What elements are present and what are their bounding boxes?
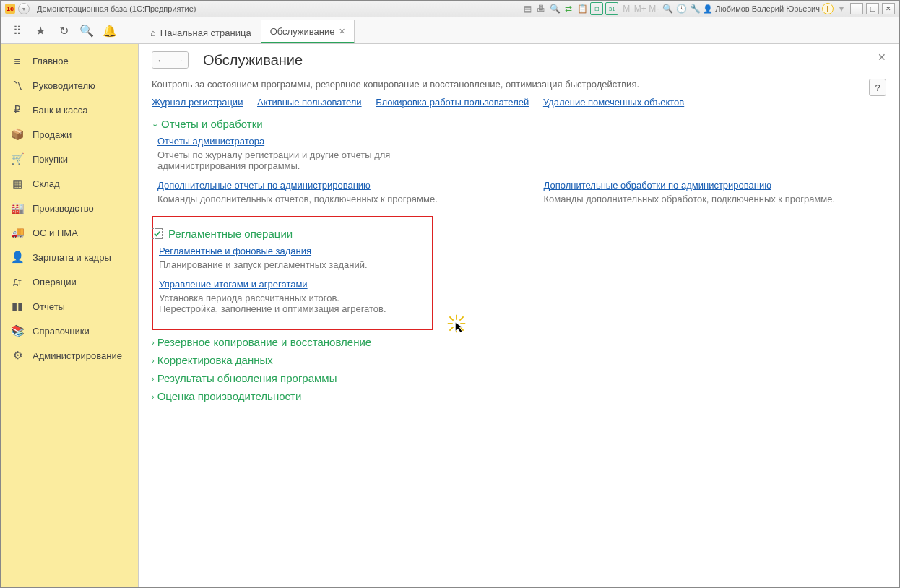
app-logo-icon: 1с: [5, 4, 15, 14]
svg-line-4: [449, 316, 453, 320]
link-active-users[interactable]: Активные пользователи: [257, 97, 362, 108]
save-icon[interactable]: ▤: [522, 3, 533, 14]
sidebar-item-label: Главное: [33, 56, 69, 66]
sidebar-item-warehouse[interactable]: ▦Склад: [1, 171, 138, 196]
sidebar-item-main[interactable]: ≡Главное: [1, 48, 138, 73]
calendar-icon[interactable]: 31: [605, 2, 618, 15]
link-extra-processing[interactable]: Дополнительные обработки по администриро…: [544, 180, 772, 191]
m-icon[interactable]: M: [620, 3, 632, 14]
svg-line-6: [459, 316, 463, 320]
bars-icon: ▮▮: [11, 300, 24, 313]
chart-icon: 〽: [11, 79, 24, 92]
section-correction-title[interactable]: ›Корректировка данных: [152, 354, 886, 366]
apps-icon[interactable]: ⠿: [11, 24, 24, 37]
sidebar-item-label: Банк и касса: [33, 105, 88, 116]
sidebar-item-operations[interactable]: ДтОперации: [1, 269, 138, 294]
link-extra-reports[interactable]: Дополнительные отчеты по администрирован…: [157, 180, 371, 191]
sidebar-item-purchases[interactable]: 🛒Покупки: [1, 147, 138, 171]
sidebar: ≡Главное 〽Руководителю ₽Банк и касса 📦Пр…: [1, 44, 139, 587]
close-window-button[interactable]: ✕: [882, 3, 895, 14]
link-delete-marked[interactable]: Удаление помеченных объектов: [543, 97, 684, 108]
link-admin-reports[interactable]: Отчеты администратора: [157, 136, 264, 147]
dropdown-icon[interactable]: ▾: [836, 3, 847, 14]
minimize-button[interactable]: —: [850, 3, 863, 14]
info-icon[interactable]: i: [822, 3, 834, 14]
highlighted-section: Регламентные операции Регламентные и фон…: [152, 216, 433, 330]
svg-line-7: [449, 327, 453, 330]
sidebar-item-reports[interactable]: ▮▮Отчеты: [1, 294, 138, 319]
sidebar-item-manager[interactable]: 〽Руководителю: [1, 73, 138, 98]
sidebar-item-label: Отчеты: [33, 301, 65, 312]
section-performance-title[interactable]: ›Оценка производительности: [152, 390, 886, 402]
tools-icon[interactable]: 🔧: [689, 3, 701, 14]
section-reports-title[interactable]: ⌄Отчеты и обработки: [152, 118, 886, 130]
tab-maintenance[interactable]: Обслуживание ✕: [261, 20, 355, 43]
content-area: ✕ ← → Обслуживание ? Контроль за состоян…: [139, 44, 899, 587]
clipboard-icon[interactable]: 📋: [576, 3, 588, 14]
clock-icon[interactable]: 🕓: [675, 3, 687, 14]
window-title: Демонстрационная база (1С:Предприятие): [37, 4, 196, 13]
m-minus-icon[interactable]: M-: [648, 3, 659, 14]
nav-buttons: ← →: [152, 51, 189, 69]
user-label[interactable]: 👤Любимов Валерий Юрьевич: [703, 4, 820, 14]
close-content-icon[interactable]: ✕: [878, 51, 886, 63]
chevron-down-icon: ⌄: [152, 119, 158, 129]
chevron-right-icon: ›: [152, 374, 155, 383]
desc-admin-reports: Отчеты по журналу регистрации и другие о…: [157, 150, 403, 171]
sidebar-item-admin[interactable]: ⚙Администрирование: [1, 343, 138, 368]
search-icon[interactable]: 🔍: [80, 24, 93, 37]
bell-icon[interactable]: 🔔: [103, 24, 116, 37]
zoom-icon[interactable]: 🔍: [662, 3, 673, 14]
chevron-right-icon: ›: [152, 392, 155, 401]
dtk-icon: Дт: [11, 275, 24, 288]
sidebar-item-label: Продажи: [33, 129, 72, 140]
sidebar-item-catalogs[interactable]: 📚Справочники: [1, 319, 138, 343]
person-icon: 👤: [11, 251, 24, 264]
books-icon: 📚: [11, 324, 24, 337]
quick-links: Журнал регистрации Активные пользователи…: [152, 97, 886, 108]
link-block-users[interactable]: Блокировка работы пользователей: [376, 97, 529, 108]
home-icon: ⌂: [150, 27, 156, 38]
section-backup-title[interactable]: ›Резервное копирование и восстановление: [152, 336, 886, 348]
sidebar-item-label: Производство: [33, 203, 94, 214]
cart-icon: 🛒: [11, 152, 24, 165]
nav-forward-button[interactable]: →: [170, 52, 188, 68]
sidebar-item-assets[interactable]: 🚚ОС и НМА: [1, 220, 138, 245]
window-titlebar: 1с ▾ Демонстрационная база (1С:Предприят…: [1, 1, 899, 17]
link-totals[interactable]: Управление итогами и агрегатами: [159, 279, 308, 290]
sidebar-item-production[interactable]: 🏭Производство: [1, 196, 138, 220]
user-icon: 👤: [703, 4, 713, 14]
nav-back-button[interactable]: ←: [152, 52, 170, 68]
print-icon[interactable]: 🖶: [535, 3, 547, 14]
sidebar-item-sales[interactable]: 📦Продажи: [1, 122, 138, 147]
m-plus-icon[interactable]: M+: [634, 3, 646, 14]
maximize-button[interactable]: ▢: [866, 3, 879, 14]
compare-icon[interactable]: ⇄: [563, 3, 574, 14]
sidebar-item-bank[interactable]: ₽Банк и касса: [1, 98, 138, 122]
page-description: Контроль за состоянием программы, резерв…: [152, 79, 886, 90]
hamburger-icon: ≡: [11, 54, 24, 67]
close-tab-icon[interactable]: ✕: [339, 27, 345, 36]
section-scheduled-title[interactable]: Регламентные операции: [152, 228, 428, 240]
app-menu-dropdown-icon[interactable]: ▾: [18, 3, 30, 14]
sidebar-item-label: Склад: [33, 178, 60, 189]
preview-icon[interactable]: 🔍: [549, 3, 561, 14]
sidebar-item-label: Администрирование: [33, 350, 122, 361]
box-icon: 📦: [11, 128, 24, 141]
link-journal[interactable]: Журнал регистрации: [152, 97, 243, 108]
history-icon[interactable]: ↻: [57, 24, 70, 37]
help-button[interactable]: ?: [869, 79, 886, 96]
calculator-icon[interactable]: ⊞: [590, 2, 603, 15]
gear-icon: ⚙: [11, 349, 24, 362]
sidebar-item-label: Зарплата и кадры: [33, 252, 111, 263]
link-scheduled-jobs[interactable]: Регламентные и фоновые задания: [159, 246, 311, 256]
tab-home-label: Начальная страница: [160, 27, 251, 38]
star-icon[interactable]: ★: [34, 24, 47, 37]
grid-icon: ▦: [11, 177, 24, 190]
desc-extra-reports: Команды дополнительных отчетов, подключе…: [157, 194, 501, 204]
desc-scheduled-jobs: Планирование и запуск регламентных задан…: [159, 259, 428, 270]
section-update-title[interactable]: ›Результаты обновления программы: [152, 372, 886, 384]
tab-home[interactable]: ⌂ Начальная страница: [141, 21, 261, 43]
checkbox-icon[interactable]: [152, 228, 163, 239]
sidebar-item-hr[interactable]: 👤Зарплата и кадры: [1, 245, 138, 269]
